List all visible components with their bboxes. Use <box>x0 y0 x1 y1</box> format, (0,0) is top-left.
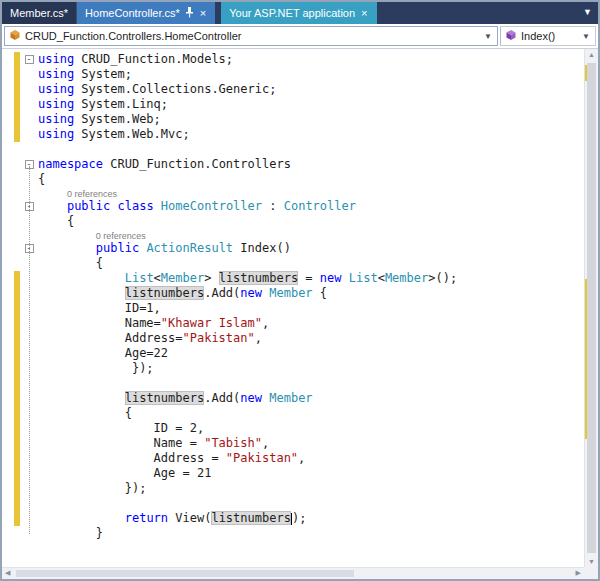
code-line-text: 0 references <box>38 187 117 199</box>
code-line: using System; <box>2 67 584 82</box>
code-line-text: Name = "Tabish", <box>38 436 269 451</box>
method-icon <box>506 30 516 42</box>
codelens-line: 0 references <box>2 229 584 241</box>
code-token: class <box>118 199 154 213</box>
code-token: Name = <box>38 436 204 450</box>
highlighted-symbol: listnumbers <box>125 391 204 405</box>
code-token: HomeController <box>161 199 262 213</box>
tab-homecontroller-cs[interactable]: HomeController.cs* × <box>77 2 215 24</box>
code-editor[interactable]: -using CRUD_Function.Models;using System… <box>2 49 584 567</box>
code-token: { <box>38 172 45 186</box>
code-token: return <box>125 511 168 525</box>
close-icon[interactable]: × <box>199 8 207 19</box>
code-token: { <box>38 256 103 270</box>
glyph-margin <box>2 172 14 187</box>
code-line-text: { <box>38 406 132 421</box>
tab-member-cs[interactable]: Member.cs* <box>2 2 77 24</box>
glyph-margin <box>2 406 14 421</box>
horizontal-scrollbar-thumb[interactable] <box>16 570 354 577</box>
glyph-margin <box>2 526 14 541</box>
code-token: using <box>38 52 74 66</box>
code-line-text: Address="Pakistan", <box>38 331 262 346</box>
code-token <box>110 199 117 213</box>
tab-list-dropdown-icon[interactable]: ▼ <box>577 2 598 24</box>
code-line-text: { <box>38 256 103 271</box>
outlining-margin: - <box>20 52 38 67</box>
glyph-margin <box>2 82 14 97</box>
horizontal-scrollbar[interactable]: ◀ ▶ <box>2 567 584 579</box>
type-dropdown[interactable]: CRUD_Function.Controllers.HomeController… <box>4 26 498 46</box>
code-token: Member <box>269 391 312 405</box>
fold-toggle[interactable]: - <box>25 55 34 64</box>
code-token: .Add( <box>204 286 240 300</box>
highlighted-symbol: listnumbers <box>211 511 290 525</box>
code-token: System; <box>74 67 132 81</box>
code-token <box>38 271 125 285</box>
code-token: List <box>125 271 154 285</box>
code-line-text: }); <box>38 361 154 376</box>
chevron-down-icon[interactable]: ▼ <box>484 32 492 41</box>
scroll-right-icon[interactable]: ▶ <box>576 569 581 577</box>
code-token: using <box>38 82 74 96</box>
code-line-text: public class HomeController : Controller <box>38 199 356 214</box>
glyph-margin <box>2 271 14 286</box>
scroll-left-icon[interactable]: ◀ <box>5 569 10 577</box>
code-token: using <box>38 67 74 81</box>
scroll-up-icon[interactable]: ▲ <box>585 51 598 58</box>
code-line: { <box>2 256 584 271</box>
code-line: }); <box>2 481 584 496</box>
code-token: : <box>262 199 284 213</box>
chevron-down-icon[interactable]: ▼ <box>582 32 590 41</box>
close-icon[interactable]: × <box>360 8 368 19</box>
code-token: System.Web.Mvc; <box>74 127 190 141</box>
document-tab-bar: Member.cs* HomeController.cs* × Your ASP… <box>2 2 598 24</box>
scrollbar-corner <box>584 567 598 579</box>
vertical-scrollbar[interactable]: ▲ ▼ <box>584 49 598 567</box>
code-token: View( <box>168 511 211 525</box>
code-token: System.Linq; <box>74 97 168 111</box>
tab-aspnet-application[interactable]: Your ASP.NET application × <box>221 2 376 24</box>
outlining-margin <box>20 82 38 97</box>
outlining-margin <box>20 67 38 82</box>
code-line: { <box>2 172 584 187</box>
code-token: new <box>320 271 342 285</box>
tab-label: Your ASP.NET application <box>229 7 355 19</box>
type-dropdown-value: CRUD_Function.Controllers.HomeController <box>25 30 241 42</box>
code-line-text: listnumbers.Add(new Member { <box>38 286 327 301</box>
glyph-margin <box>2 301 14 316</box>
glyph-margin <box>2 451 14 466</box>
navigation-bar: CRUD_Function.Controllers.HomeController… <box>2 24 598 49</box>
code-line: -namespace CRUD_Function.Controllers <box>2 157 584 172</box>
code-token: using <box>38 112 74 126</box>
pin-icon[interactable] <box>185 7 194 20</box>
code-line: ID=1, <box>2 301 584 316</box>
glyph-margin <box>2 229 14 241</box>
code-line-text: { <box>38 172 45 187</box>
code-token <box>38 228 96 242</box>
code-token: Controller <box>284 199 356 213</box>
code-token: using <box>38 127 74 141</box>
code-token: ID = 2, <box>38 421 204 435</box>
glyph-margin <box>2 142 14 157</box>
code-token: new <box>240 391 262 405</box>
code-line: }); <box>2 361 584 376</box>
member-dropdown[interactable]: Index() ▼ <box>500 26 596 46</box>
code-line: listnumbers.Add(new Member <box>2 391 584 406</box>
glyph-margin <box>2 346 14 361</box>
code-token: Member <box>161 271 204 285</box>
glyph-margin <box>2 52 14 67</box>
code-line-text: }); <box>38 481 146 496</box>
code-token: CRUD_Function.Controllers <box>103 157 291 171</box>
code-token <box>38 241 96 255</box>
code-token: ActionResult <box>146 241 233 255</box>
vertical-scrollbar-thumb[interactable] <box>587 63 596 553</box>
code-token: System.Collections.Generic; <box>74 82 276 96</box>
scroll-down-icon[interactable]: ▼ <box>585 558 598 565</box>
code-token <box>38 391 125 405</box>
code-token: "Tabish" <box>204 436 262 450</box>
code-token: using <box>38 97 74 111</box>
code-token <box>38 186 67 200</box>
code-line-text: using System.Linq; <box>38 97 168 112</box>
tab-label: Member.cs* <box>10 7 68 19</box>
codelens-references: 0 references <box>96 231 146 241</box>
